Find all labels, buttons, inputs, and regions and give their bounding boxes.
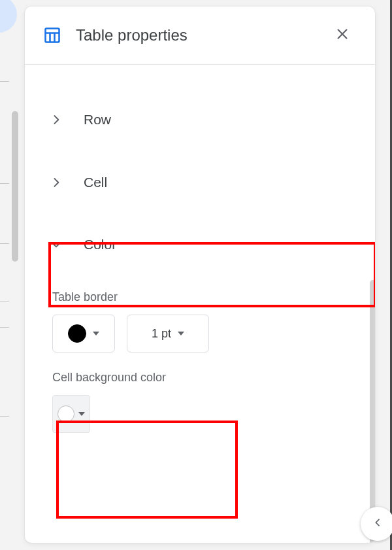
collapse-sidebar-button[interactable] [361,507,392,541]
panel-scrollbar-right[interactable] [370,280,375,543]
svg-rect-0 [46,29,59,43]
caret-down-icon [93,332,99,335]
cell-background-group: Cell background color [25,352,375,433]
cell-background-label: Cell background color [52,371,375,385]
section-color[interactable]: Color [25,212,375,277]
chevron-down-icon [47,235,65,254]
chevron-left-icon [372,517,383,530]
ruler [0,0,12,550]
caret-down-icon [178,332,184,335]
panel-title: Table properties [76,26,328,44]
close-icon [335,27,350,44]
border-color-swatch [68,324,86,343]
table-icon [43,26,61,44]
panel-header: Table properties [25,7,375,65]
table-border-controls: 1 pt [52,315,375,352]
border-color-dropdown[interactable] [52,315,115,352]
table-border-group: Table border 1 pt [25,277,375,352]
section-row-label: Row [84,112,111,128]
cell-background-swatch [57,405,74,422]
border-width-dropdown[interactable]: 1 pt [127,315,209,352]
chevron-right-icon [47,111,65,129]
section-color-label: Color [84,237,116,252]
caret-down-icon [78,412,85,416]
table-border-label: Table border [52,290,375,304]
border-width-value: 1 pt [152,327,171,341]
chevron-right-icon [47,173,65,192]
panel-scrollbar-left[interactable] [12,111,18,262]
close-button[interactable] [328,21,357,50]
section-cell-label: Cell [84,175,107,190]
cell-background-dropdown[interactable] [52,395,90,433]
panel-body: Row Cell Color Table border [25,64,375,543]
table-properties-panel: Table properties Row Cell Colo [25,7,375,543]
section-cell[interactable]: Cell [25,153,375,212]
background-avatar-fragment [0,0,17,33]
section-row[interactable]: Row [25,90,375,149]
